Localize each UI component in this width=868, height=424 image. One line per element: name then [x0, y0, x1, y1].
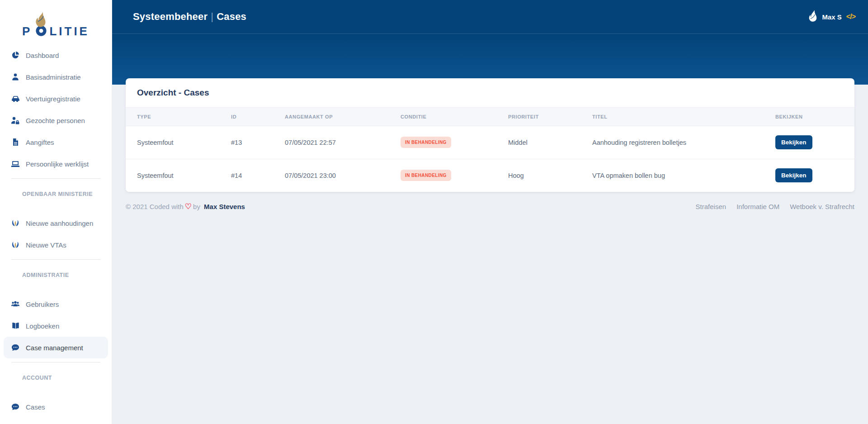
column-header-type: TYPE — [126, 108, 220, 126]
sidebar-item-dashboard[interactable]: Dashboard — [4, 44, 108, 66]
cell-created-at: 07/05/2021 23:00 — [274, 159, 389, 192]
page-content: Overzicht - Cases TYPE ID AANGEMAAKT OP … — [112, 78, 868, 211]
copyright-text: © 2021 Coded with♡by Max Stevens — [126, 202, 245, 211]
title-separator: | — [208, 11, 217, 22]
sidebar-item-nieuwe-aanhoudingen[interactable]: Nieuwe aanhoudingen — [4, 212, 108, 234]
sidebar-divider — [11, 259, 100, 260]
sidebar-divider — [11, 178, 100, 179]
sidebar-item-label: Persoonlijke werklijst — [26, 160, 89, 168]
user-lock-icon — [11, 116, 20, 125]
sidebar-item-nieuwe-vtas[interactable]: Nieuwe VTAs — [4, 234, 108, 256]
username: Max S — [822, 13, 842, 21]
sidebar-item-voertuigregistratie[interactable]: Voertuigregistratie — [4, 88, 108, 110]
book-open-icon — [11, 321, 20, 330]
column-header-prioriteit: PRIORITEIT — [497, 108, 581, 126]
sidebar-item-label: Gebruikers — [26, 300, 59, 308]
sidebar-item-label: Nieuwe VTAs — [26, 241, 66, 249]
column-header-bekijken: BEKIJKEN — [764, 108, 854, 126]
sidebar-item-label: Case management — [26, 344, 83, 352]
page-footer: © 2021 Coded with♡by Max Stevens Strafei… — [126, 202, 854, 211]
table-row: Systeemfout #14 07/05/2021 23:00 IN BEHA… — [126, 159, 854, 192]
document-icon — [11, 138, 20, 147]
sidebar: P LITIE Dashboard Basisadministratie Voe… — [0, 0, 112, 424]
sidebar-item-persoonlijke-werklijst[interactable]: Persoonlijke werklijst — [4, 153, 108, 175]
section-heading-account: ACCOUNT — [0, 375, 112, 381]
sidebar-item-label: Voertuigregistratie — [26, 95, 80, 103]
chat-dots-icon — [11, 343, 20, 352]
sidebar-item-label: Cases — [26, 403, 45, 411]
footer-link-strafeisen[interactable]: Strafeisen — [696, 203, 726, 210]
top-navbar: Systeembeheer|Cases Max S </> — [112, 0, 868, 34]
cell-created-at: 07/05/2021 22:57 — [274, 126, 389, 159]
main-area: Systeembeheer|Cases Max S </> Overzicht … — [112, 0, 868, 424]
cell-priority: Middel — [497, 126, 581, 159]
sidebar-item-label: Gezochte personen — [26, 117, 85, 124]
code-icon: </> — [846, 13, 855, 21]
footer-links: Strafeisen Informatie OM Wetboek v. Stra… — [696, 203, 854, 210]
status-badge: IN BEHANDELING — [401, 170, 451, 181]
cell-type: Systeemfout — [126, 159, 220, 192]
status-badge: IN BEHANDELING — [401, 137, 451, 148]
cell-id: #13 — [220, 126, 274, 159]
sidebar-item-cases[interactable]: Cases — [4, 396, 108, 418]
sidebar-item-label: Aangiftes — [26, 138, 54, 146]
section-heading-openbaar-ministerie: OPENBAAR MINISTERIE — [0, 191, 112, 197]
view-case-button[interactable]: Bekijken — [775, 135, 812, 149]
sidebar-item-label: Basisadministratie — [26, 73, 81, 81]
column-header-titel: TITEL — [581, 108, 764, 126]
column-header-conditie: CONDITIE — [389, 108, 497, 126]
cell-id: #14 — [220, 159, 274, 192]
footer-link-informatie-om[interactable]: Informatie OM — [736, 203, 779, 210]
logo-letter-p: P — [22, 26, 32, 36]
sidebar-item-gezochte-personen[interactable]: Gezochte personen — [4, 110, 108, 131]
card-title: Overzicht - Cases — [137, 88, 843, 98]
table-row: Systeemfout #13 07/05/2021 22:57 IN BEHA… — [126, 126, 854, 159]
sidebar-item-aangiftes[interactable]: Aangiftes — [4, 131, 108, 153]
politie-logo[interactable]: P LITIE — [0, 11, 112, 36]
page-title: Systeembeheer|Cases — [133, 11, 246, 23]
column-header-id: ID — [220, 108, 274, 126]
user-menu[interactable]: Max S </> — [808, 10, 856, 24]
logo-letters-rest: LITIE — [49, 26, 90, 36]
card-header: Overzicht - Cases — [126, 78, 854, 107]
sidebar-nav: Dashboard Basisadministratie Voertuigreg… — [0, 44, 112, 418]
politie-flame-o-icon — [33, 11, 49, 37]
pie-chart-icon — [11, 51, 20, 60]
column-header-aangemaakt-op: AANGEMAAKT OP — [274, 108, 389, 126]
section-heading-administratie: ADMINISTRATIE — [0, 272, 112, 278]
sidebar-divider — [11, 362, 100, 362]
sidebar-item-label: Dashboard — [26, 52, 59, 59]
view-case-button[interactable]: Bekijken — [775, 168, 812, 182]
om-emblem-icon — [11, 240, 20, 249]
om-emblem-icon — [11, 219, 20, 228]
sidebar-item-basisadministratie[interactable]: Basisadministratie — [4, 66, 108, 88]
table-header-row: TYPE ID AANGEMAAKT OP CONDITIE PRIORITEI… — [126, 108, 854, 126]
chat-dots-icon — [11, 402, 20, 411]
footer-link-wetboek[interactable]: Wetboek v. Strafrecht — [790, 203, 854, 210]
sidebar-item-case-management[interactable]: Case management — [4, 337, 108, 358]
cases-card: Overzicht - Cases TYPE ID AANGEMAAKT OP … — [126, 78, 854, 192]
sidebar-item-label: Nieuwe aanhoudingen — [26, 219, 93, 227]
sidebar-item-gebruikers[interactable]: Gebruikers — [4, 293, 108, 315]
sidebar-item-logboeken[interactable]: Logboeken — [4, 315, 108, 337]
cell-title: Aanhouding registreren bolletjes — [581, 126, 764, 159]
user-icon — [11, 72, 20, 81]
politie-flame-icon — [808, 10, 818, 24]
users-icon — [11, 300, 20, 309]
cell-priority: Hoog — [497, 159, 581, 192]
car-icon — [11, 94, 20, 103]
cell-type: Systeemfout — [126, 126, 220, 159]
heart-icon: ♡ — [184, 202, 193, 211]
sidebar-item-label: Logboeken — [26, 322, 59, 330]
laptop-icon — [11, 159, 20, 168]
cases-table: TYPE ID AANGEMAAKT OP CONDITIE PRIORITEI… — [126, 107, 854, 192]
header-band — [112, 34, 868, 85]
cell-title: VTA opmaken bollen bug — [581, 159, 764, 192]
author-link[interactable]: Max Stevens — [204, 203, 245, 210]
